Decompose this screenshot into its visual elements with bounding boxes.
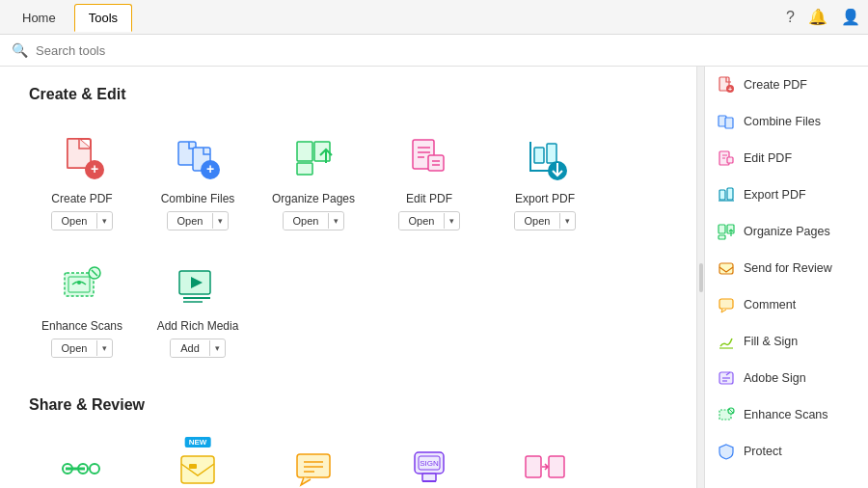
nav-tab-home[interactable]: Home bbox=[8, 4, 70, 32]
create-pdf-label: Create PDF bbox=[51, 192, 112, 205]
tool-request-signatures: SIGN Request Signatures bbox=[376, 433, 482, 488]
sidebar-edit-pdf-label: Edit PDF bbox=[744, 151, 792, 165]
organize-pages-btn-group[interactable]: Open ▾ bbox=[283, 211, 345, 230]
nav-tab-tools[interactable]: Tools bbox=[74, 4, 132, 32]
enhance-scans-open-btn[interactable]: Open bbox=[52, 339, 97, 357]
request-signatures-icon: SIGN bbox=[403, 443, 455, 488]
export-pdf-open-btn[interactable]: Open bbox=[515, 212, 560, 230]
help-icon[interactable]: ? bbox=[786, 9, 795, 26]
svg-rect-57 bbox=[719, 190, 725, 200]
tools-grid-create-edit: + Create PDF Open ▾ bbox=[29, 122, 667, 367]
notification-icon[interactable]: 🔔 bbox=[808, 8, 827, 26]
sidebar-fill-sign-label: Fill & Sign bbox=[744, 335, 798, 348]
svg-text:+: + bbox=[91, 161, 98, 176]
right-sidebar: + Create PDF Combine Files bbox=[704, 67, 868, 488]
sidebar-comment-icon bbox=[717, 295, 736, 314]
tool-share: NEW Share bbox=[145, 433, 251, 488]
sidebar-item-export-pdf[interactable]: Export PDF bbox=[705, 176, 868, 213]
sidebar-export-pdf-icon bbox=[717, 185, 736, 204]
svg-rect-37 bbox=[297, 454, 330, 477]
enhance-scans-btn-group[interactable]: Open ▾ bbox=[51, 339, 114, 358]
sidebar-item-fill-sign[interactable]: Fill & Sign bbox=[705, 323, 868, 360]
sidebar-comment-label: Comment bbox=[744, 298, 796, 312]
sidebar-organize-pages-icon bbox=[717, 222, 736, 241]
add-rich-media-add-btn[interactable]: Add bbox=[171, 339, 209, 357]
add-rich-media-arrow-btn[interactable]: ▾ bbox=[209, 340, 225, 356]
sidebar-item-send-for-review[interactable]: Send for Review bbox=[705, 250, 868, 286]
svg-rect-15 bbox=[428, 155, 444, 171]
svg-rect-7 bbox=[297, 142, 312, 161]
sidebar-send-for-review-icon bbox=[717, 258, 736, 278]
search-icon: 🔍 bbox=[12, 42, 28, 58]
combine-files-arrow-btn[interactable]: ▾ bbox=[212, 213, 228, 229]
share-icon: NEW bbox=[172, 443, 224, 488]
add-rich-media-label: Add Rich Media bbox=[157, 319, 239, 333]
sidebar-item-protect[interactable]: Protect bbox=[705, 433, 868, 470]
search-input[interactable] bbox=[36, 43, 692, 58]
svg-point-26 bbox=[77, 281, 81, 285]
sidebar-create-pdf-icon: + bbox=[717, 75, 736, 95]
send-files-icon bbox=[56, 443, 108, 488]
tool-enhance-scans: Enhance Scans Open ▾ bbox=[29, 250, 135, 367]
svg-rect-19 bbox=[547, 144, 556, 163]
section-share-review: Share & Review Send Files bbox=[29, 396, 667, 488]
section-heading-create-edit: Create & Edit bbox=[29, 86, 667, 103]
svg-text:+: + bbox=[206, 161, 214, 176]
svg-rect-54 bbox=[727, 157, 733, 163]
export-pdf-icon bbox=[519, 132, 571, 184]
compare-files-icon bbox=[519, 443, 571, 488]
add-rich-media-btn-group[interactable]: Add ▾ bbox=[170, 339, 226, 358]
edit-pdf-label: Edit PDF bbox=[406, 192, 452, 205]
organize-pages-open-btn[interactable]: Open bbox=[284, 212, 329, 230]
edit-pdf-arrow-btn[interactable]: ▾ bbox=[444, 213, 459, 229]
combine-files-icon: + bbox=[172, 132, 224, 184]
svg-rect-46 bbox=[526, 456, 541, 477]
tool-export-pdf: Export PDF Open ▾ bbox=[492, 122, 598, 240]
edit-pdf-btn-group[interactable]: Open ▾ bbox=[398, 211, 461, 230]
export-pdf-btn-group[interactable]: Open ▾ bbox=[514, 211, 577, 230]
sidebar-organize-pages-label: Organize Pages bbox=[744, 225, 830, 238]
svg-rect-52 bbox=[725, 118, 733, 128]
content-divider[interactable] bbox=[696, 67, 704, 488]
tool-edit-pdf: Edit PDF Open ▾ bbox=[376, 122, 482, 240]
combine-files-btn-group[interactable]: Open ▾ bbox=[167, 211, 230, 230]
comment-tool-icon bbox=[287, 443, 339, 488]
create-pdf-arrow-btn[interactable]: ▾ bbox=[96, 213, 112, 229]
sidebar-item-comment[interactable]: Comment bbox=[705, 286, 868, 323]
sidebar-edit-pdf-icon bbox=[717, 149, 736, 168]
create-pdf-btn-group[interactable]: Open ▾ bbox=[51, 211, 114, 230]
create-pdf-open-btn[interactable]: Open bbox=[52, 212, 97, 230]
organize-pages-icon bbox=[287, 132, 339, 184]
sidebar-item-create-pdf[interactable]: + Create PDF bbox=[705, 67, 868, 103]
combine-files-open-btn[interactable]: Open bbox=[168, 212, 213, 230]
edit-pdf-icon bbox=[403, 132, 455, 184]
sidebar-item-adobe-sign[interactable]: Adobe Sign bbox=[705, 360, 868, 396]
search-bar: 🔍 bbox=[0, 35, 868, 67]
sidebar-export-pdf-label: Export PDF bbox=[744, 188, 806, 202]
sidebar-enhance-scans-label: Enhance Scans bbox=[744, 408, 828, 421]
svg-rect-43 bbox=[422, 474, 436, 481]
sidebar-item-combine-files[interactable]: Combine Files bbox=[705, 103, 868, 140]
export-pdf-arrow-btn[interactable]: ▾ bbox=[559, 213, 575, 229]
svg-text:+: + bbox=[728, 86, 732, 93]
svg-rect-35 bbox=[181, 456, 214, 483]
organize-pages-arrow-btn[interactable]: ▾ bbox=[328, 213, 343, 229]
new-badge: NEW bbox=[185, 437, 211, 447]
sidebar-item-enhance-scans[interactable]: Enhance Scans bbox=[705, 396, 868, 433]
account-icon[interactable]: 👤 bbox=[841, 8, 860, 26]
add-rich-media-icon bbox=[172, 259, 224, 312]
export-pdf-label: Export PDF bbox=[515, 192, 575, 205]
sidebar-protect-label: Protect bbox=[744, 445, 782, 458]
tool-comment: Comment bbox=[260, 433, 366, 488]
sidebar-item-organize-pages[interactable]: Organize Pages bbox=[705, 213, 868, 250]
edit-pdf-open-btn[interactable]: Open bbox=[399, 212, 445, 230]
sidebar-item-edit-pdf[interactable]: Edit PDF bbox=[705, 140, 868, 176]
enhance-scans-arrow-btn[interactable]: ▾ bbox=[96, 340, 112, 356]
svg-text:SIGN: SIGN bbox=[420, 459, 439, 468]
svg-rect-58 bbox=[727, 188, 733, 200]
svg-rect-9 bbox=[297, 163, 312, 175]
main-layout: Create & Edit + Create PDF bbox=[0, 67, 868, 488]
tool-combine-files: + Combine Files Open ▾ bbox=[145, 122, 251, 240]
svg-rect-60 bbox=[719, 225, 725, 233]
svg-point-34 bbox=[90, 464, 99, 474]
